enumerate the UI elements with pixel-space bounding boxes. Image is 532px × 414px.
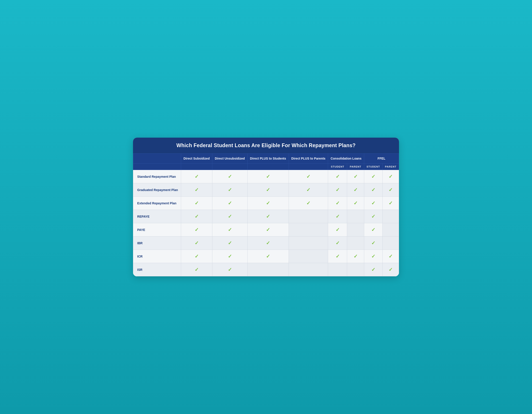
cell-4-7 <box>382 223 399 236</box>
checkmark-icon: ✓ <box>195 227 199 233</box>
sub-header-ffel-student: STUDENT <box>364 164 382 170</box>
table-row: IBR✓✓✓✓✓ <box>133 236 399 250</box>
checkmark-icon: ✓ <box>336 174 340 179</box>
checkmark-icon: ✓ <box>389 187 393 193</box>
checkmark-icon: ✓ <box>336 200 340 206</box>
cell-1-0: ✓ <box>181 183 212 197</box>
table-body: Standard Repayment Plan✓✓✓✓✓✓✓✓Graduated… <box>133 170 399 276</box>
sub-header-ffel-parent: PARENT <box>382 164 399 170</box>
cell-5-7 <box>382 236 399 250</box>
row-label-ibr: IBR <box>133 236 181 250</box>
cell-0-5: ✓ <box>347 170 364 183</box>
cell-7-5 <box>347 263 364 276</box>
checkmark-icon: ✓ <box>336 187 340 193</box>
row-label-graduated-repayment-plan: Graduated Repayment Plan <box>133 183 181 197</box>
table-row: Graduated Repayment Plan✓✓✓✓✓✓✓✓ <box>133 183 399 197</box>
cell-2-6: ✓ <box>364 197 382 210</box>
cell-0-1: ✓ <box>212 170 247 183</box>
cell-5-3 <box>289 236 328 250</box>
checkmark-icon: ✓ <box>266 174 270 179</box>
col-header-ffel: FFEL <box>364 154 399 164</box>
checkmark-icon: ✓ <box>371 187 375 193</box>
cell-3-3 <box>289 210 328 223</box>
eligibility-table: Direct Subsidized Direct Unsubsidized Di… <box>133 153 399 276</box>
cell-7-1: ✓ <box>212 263 247 276</box>
checkmark-icon: ✓ <box>266 200 270 206</box>
checkmark-icon: ✓ <box>228 200 232 206</box>
cell-6-1: ✓ <box>212 250 247 263</box>
cell-7-7: ✓ <box>382 263 399 276</box>
checkmark-icon: ✓ <box>371 240 375 246</box>
checkmark-icon: ✓ <box>266 187 270 193</box>
checkmark-icon: ✓ <box>306 187 310 193</box>
sub-header-spacer3 <box>212 164 247 170</box>
checkmark-icon: ✓ <box>371 200 375 206</box>
table-header-main: Direct Subsidized Direct Unsubsidized Di… <box>133 154 399 164</box>
col-header-direct-plus-students: Direct PLUS to Students <box>247 154 289 164</box>
cell-2-4: ✓ <box>328 197 347 210</box>
cell-0-4: ✓ <box>328 170 347 183</box>
cell-6-5: ✓ <box>347 250 364 263</box>
cell-0-3: ✓ <box>289 170 328 183</box>
col-header-direct-plus-parents: Direct PLUS to Parents <box>289 154 328 164</box>
cell-5-2: ✓ <box>247 236 289 250</box>
checkmark-icon: ✓ <box>228 267 232 272</box>
checkmark-icon: ✓ <box>353 187 358 193</box>
checkmark-icon: ✓ <box>353 254 358 259</box>
checkmark-icon: ✓ <box>336 227 340 233</box>
cell-2-0: ✓ <box>181 197 212 210</box>
cell-5-5 <box>347 236 364 250</box>
cell-4-5 <box>347 223 364 236</box>
table-row: Extended Repayment Plan✓✓✓✓✓✓✓✓ <box>133 197 399 210</box>
cell-7-4 <box>328 263 347 276</box>
cell-6-7: ✓ <box>382 250 399 263</box>
checkmark-icon: ✓ <box>228 187 232 193</box>
cell-2-1: ✓ <box>212 197 247 210</box>
cell-3-6: ✓ <box>364 210 382 223</box>
checkmark-icon: ✓ <box>371 214 375 219</box>
checkmark-icon: ✓ <box>266 214 270 219</box>
cell-0-6: ✓ <box>364 170 382 183</box>
cell-4-4: ✓ <box>328 223 347 236</box>
checkmark-icon: ✓ <box>228 254 232 259</box>
checkmark-icon: ✓ <box>336 214 340 219</box>
checkmark-icon: ✓ <box>195 174 199 179</box>
checkmark-icon: ✓ <box>353 174 358 179</box>
cell-3-1: ✓ <box>212 210 247 223</box>
cell-1-5: ✓ <box>347 183 364 197</box>
checkmark-icon: ✓ <box>195 254 199 259</box>
checkmark-icon: ✓ <box>336 254 340 259</box>
cell-3-5 <box>347 210 364 223</box>
cell-7-0: ✓ <box>181 263 212 276</box>
sub-header-spacer4 <box>247 164 289 170</box>
table-row: ISR✓✓✓✓ <box>133 263 399 276</box>
checkmark-icon: ✓ <box>266 254 270 259</box>
table-row: REPAYE✓✓✓✓✓ <box>133 210 399 223</box>
checkmark-icon: ✓ <box>371 174 375 179</box>
row-label-paye: PAYE <box>133 223 181 236</box>
cell-3-7 <box>382 210 399 223</box>
cell-3-0: ✓ <box>181 210 212 223</box>
cell-3-2: ✓ <box>247 210 289 223</box>
row-label-icr: ICR <box>133 250 181 263</box>
checkmark-icon: ✓ <box>228 240 232 246</box>
cell-4-2: ✓ <box>247 223 289 236</box>
cell-5-6: ✓ <box>364 236 382 250</box>
cell-4-6: ✓ <box>364 223 382 236</box>
checkmark-icon: ✓ <box>389 200 393 206</box>
cell-1-3: ✓ <box>289 183 328 197</box>
cell-4-1: ✓ <box>212 223 247 236</box>
checkmark-icon: ✓ <box>389 267 393 272</box>
sub-header-spacer1 <box>133 164 181 170</box>
cell-4-0: ✓ <box>181 223 212 236</box>
checkmark-icon: ✓ <box>228 214 232 219</box>
col-header-consolidation: Consolidation Loans <box>328 154 364 164</box>
col-header-direct-subsidized: Direct Subsidized <box>181 154 212 164</box>
checkmark-icon: ✓ <box>195 267 199 272</box>
checkmark-icon: ✓ <box>371 267 375 272</box>
cell-2-5: ✓ <box>347 197 364 210</box>
cell-6-3 <box>289 250 328 263</box>
sub-header-spacer2 <box>181 164 212 170</box>
table-row: ICR✓✓✓✓✓✓✓ <box>133 250 399 263</box>
cell-0-7: ✓ <box>382 170 399 183</box>
